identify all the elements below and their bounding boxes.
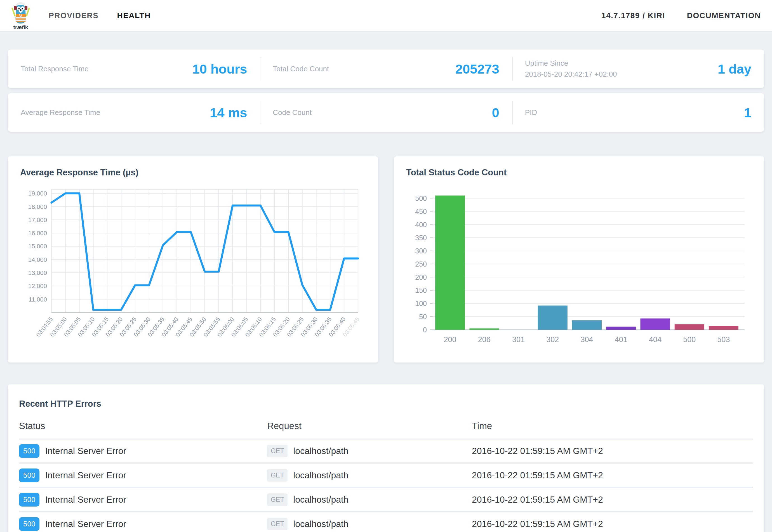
average-response-time-line-chart: 11,00012,00013,00014,00015,00016,00017,0… — [20, 183, 366, 351]
request-path: localhost/path — [293, 519, 348, 529]
status-text: Internal Server Error — [45, 519, 126, 529]
request-cell: GET localhost/path — [267, 518, 472, 530]
svg-text:200: 200 — [415, 273, 427, 281]
column-header-request: Request — [267, 421, 472, 431]
svg-text:304: 304 — [580, 335, 593, 344]
svg-text:250: 250 — [415, 260, 427, 268]
svg-text:206: 206 — [478, 335, 491, 344]
http-method-chip: GET — [267, 469, 288, 482]
svg-text:19,000: 19,000 — [28, 190, 47, 197]
stat-value: 14 ms — [210, 105, 247, 120]
http-error-row: 500 Internal Server Error GET localhost/… — [19, 439, 753, 464]
svg-text:18,000: 18,000 — [28, 203, 47, 210]
request-path: localhost/path — [293, 495, 348, 505]
nav-item-health[interactable]: HEALTH — [117, 11, 150, 20]
svg-text:50: 50 — [419, 313, 427, 321]
svg-text:404: 404 — [649, 335, 662, 344]
svg-text:100: 100 — [415, 300, 427, 307]
time-cell: 2016-10-22 01:59:15 AM GMT+2 — [472, 446, 753, 456]
svg-text:350: 350 — [415, 234, 427, 242]
stat-code-count: Code Count 0 — [260, 93, 512, 132]
total-status-code-bar-chart: 0501001502002503003504004505002002063013… — [406, 183, 752, 351]
stat-value: 10 hours — [192, 61, 247, 77]
traefik-gopher-icon: træfik — [9, 1, 33, 30]
status-cell: 500 Internal Server Error — [19, 493, 267, 507]
status-text: Internal Server Error — [45, 470, 126, 481]
svg-text:450: 450 — [415, 208, 427, 215]
status-code-badge: 500 — [19, 469, 39, 482]
status-code-badge: 500 — [19, 444, 39, 458]
stat-label: Total Code Count — [273, 63, 329, 74]
status-code-badge: 500 — [19, 493, 39, 507]
svg-text:13,000: 13,000 — [28, 269, 47, 276]
version-label: 14.7.1789 / KIRI — [601, 11, 665, 20]
nav-item-providers[interactable]: PROVIDERS — [49, 11, 98, 20]
stat-value: 0 — [492, 105, 499, 120]
charts-row: Average Response Time (µs) 11,00012,0001… — [8, 156, 764, 362]
bar-chart-title: Total Status Code Count — [406, 168, 752, 178]
status-code-chart-panel: Total Status Code Count 0501001502002503… — [394, 156, 764, 362]
recent-http-errors-panel: Recent HTTP Errors Status Request Time 5… — [8, 384, 764, 532]
svg-text:150: 150 — [415, 286, 427, 294]
svg-text:302: 302 — [546, 335, 559, 344]
status-cell: 500 Internal Server Error — [19, 469, 267, 482]
uptime-timestamp: 2018-05-20 20:42:17 +02:00 — [525, 69, 617, 80]
stat-uptime-since: Uptime Since 2018-05-20 20:42:17 +02:00 … — [512, 50, 764, 88]
stat-label: PID — [525, 107, 537, 118]
svg-text:12,000: 12,000 — [28, 283, 47, 289]
table-header-row: Status Request Time — [19, 417, 753, 439]
svg-text:400: 400 — [415, 221, 427, 229]
uptime-label: Uptime Since — [525, 58, 617, 69]
column-header-status: Status — [19, 421, 267, 431]
stat-average-response-time: Average Response Time 14 ms — [8, 93, 260, 132]
response-time-chart-panel: Average Response Time (µs) 11,00012,0001… — [8, 156, 378, 362]
http-method-chip: GET — [267, 518, 288, 530]
line-chart-title: Average Response Time (µs) — [20, 168, 366, 178]
request-path: localhost/path — [293, 446, 348, 456]
svg-text:500: 500 — [415, 194, 427, 202]
status-text: Internal Server Error — [45, 446, 126, 456]
table-title: Recent HTTP Errors — [19, 399, 753, 409]
request-cell: GET localhost/path — [267, 445, 472, 457]
time-cell: 2016-10-22 01:59:15 AM GMT+2 — [472, 470, 753, 481]
status-cell: 500 Internal Server Error — [19, 517, 267, 531]
table-body: 500 Internal Server Error GET localhost/… — [19, 439, 753, 532]
request-cell: GET localhost/path — [267, 469, 472, 482]
top-navbar: træfik PROVIDERS HEALTH 14.7.1789 / KIRI… — [0, 0, 772, 32]
stat-label: Uptime Since 2018-05-20 20:42:17 +02:00 — [525, 58, 617, 80]
nav-item-documentation[interactable]: DOCUMENTATION — [687, 11, 761, 20]
svg-text:16,000: 16,000 — [28, 230, 47, 237]
svg-text:503: 503 — [717, 335, 730, 344]
nav-links: PROVIDERS HEALTH — [49, 11, 151, 20]
stat-value: 1 day — [718, 61, 751, 77]
stat-label: Average Response Time — [21, 107, 100, 118]
svg-text:11,000: 11,000 — [29, 296, 47, 303]
http-method-chip: GET — [267, 445, 288, 457]
http-error-row: 500 Internal Server Error GET localhost/… — [19, 512, 753, 532]
time-cell: 2016-10-22 01:59:15 AM GMT+2 — [472, 495, 753, 505]
status-cell: 500 Internal Server Error — [19, 444, 267, 458]
http-error-row: 500 Internal Server Error GET localhost/… — [19, 464, 753, 488]
column-header-time: Time — [472, 421, 753, 431]
stat-value: 205273 — [455, 61, 499, 77]
http-method-chip: GET — [267, 493, 288, 506]
traefik-wordmark: træfik — [13, 24, 28, 30]
svg-text:17,000: 17,000 — [28, 216, 47, 223]
stat-total-code-count: Total Code Count 205273 — [260, 50, 512, 88]
stats-row-current: Average Response Time 14 ms Code Count 0… — [8, 93, 764, 132]
stat-label: Code Count — [273, 107, 312, 118]
request-path: localhost/path — [293, 470, 348, 481]
stat-total-response-time: Total Response Time 10 hours — [8, 50, 260, 88]
svg-text:200: 200 — [444, 335, 456, 344]
svg-text:500: 500 — [683, 335, 696, 344]
traefik-logo[interactable]: træfik — [7, 1, 34, 30]
status-code-badge: 500 — [19, 517, 39, 531]
svg-text:300: 300 — [415, 247, 427, 255]
svg-text:301: 301 — [512, 335, 525, 344]
http-error-row: 500 Internal Server Error GET localhost/… — [19, 488, 753, 512]
status-text: Internal Server Error — [45, 495, 126, 505]
request-cell: GET localhost/path — [267, 493, 472, 506]
nav-right: 14.7.1789 / KIRI DOCUMENTATION — [601, 11, 761, 20]
dashboard-content: Total Response Time 10 hours Total Code … — [0, 50, 772, 532]
svg-text:0: 0 — [423, 326, 427, 334]
